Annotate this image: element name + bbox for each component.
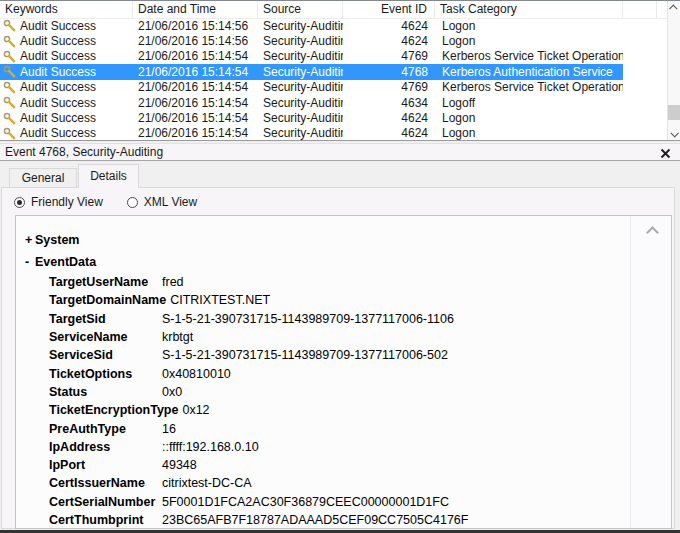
table-row[interactable]: Audit Success 21/06/2016 15:14:56 Securi… (0, 18, 623, 33)
event-rows: Audit Success 21/06/2016 15:14:56 Securi… (0, 18, 623, 141)
field-value: 16 (162, 422, 176, 436)
table-row[interactable]: Audit Success 21/06/2016 15:14:54 Securi… (0, 126, 623, 141)
datetime-cell: 21/06/2016 15:14:54 (133, 80, 258, 94)
scroll-up-button[interactable] (668, 1, 680, 14)
radio-unselected-icon (127, 197, 138, 208)
source-cell: Security-Auditing (258, 34, 343, 48)
event-id-cell: 4624 (343, 126, 435, 140)
field-value: 0x40810010 (162, 367, 231, 381)
audit-success-key-icon (3, 35, 16, 48)
expand-toggle-icon[interactable]: + (25, 233, 35, 247)
detail-field-row: TicketEncryptionType 0x12 (49, 401, 626, 419)
scrollbar-thumb[interactable] (668, 105, 680, 120)
field-value: S-1-5-21-390731715-1143989709-1377117006… (162, 312, 454, 326)
field-name: ServiceName (49, 330, 162, 344)
audit-success-key-icon (3, 112, 16, 125)
content-scroll-gutter[interactable] (630, 216, 671, 528)
column-header-keywords[interactable]: Keywords (0, 1, 133, 18)
column-header-event-id[interactable]: Event ID (343, 1, 435, 18)
close-icon[interactable] (660, 147, 671, 158)
column-header-filler (623, 1, 657, 18)
field-name: CertThumbprint (49, 513, 162, 527)
detail-field-row: TicketOptions 0x40810010 (49, 364, 626, 382)
field-name: TargetDomainName (49, 293, 170, 307)
tree-node-eventdata: - EventData (25, 251, 626, 273)
detail-field-row: ServiceName krbtgt (49, 328, 626, 346)
tab-details[interactable]: Details (78, 164, 139, 188)
xml-view-radio[interactable]: XML View (127, 195, 197, 209)
chevron-up-icon (646, 226, 659, 239)
audit-success-key-icon (3, 65, 16, 78)
list-scrollbar[interactable] (667, 1, 680, 140)
keyword-label: Audit Success (20, 80, 96, 94)
tab-general[interactable]: General (9, 168, 77, 187)
view-selector: Friendly View XML View (2, 188, 674, 209)
task-category-cell: Kerberos Service Ticket Operations (435, 80, 623, 94)
task-category-cell: Logoff (435, 96, 623, 110)
event-list-header: Keywords Date and Time Source Event ID T… (0, 1, 680, 19)
source-cell: Security-Auditing (258, 126, 343, 140)
chevron-up-icon (669, 4, 677, 12)
table-row[interactable]: Audit Success 21/06/2016 15:14:54 Securi… (0, 80, 623, 95)
source-cell: Security-Auditing (258, 111, 343, 125)
field-name: ServiceSid (49, 348, 162, 362)
scroll-down-button[interactable] (668, 127, 680, 140)
event-id-cell: 4768 (343, 65, 435, 79)
audit-success-key-icon (3, 96, 16, 109)
friendly-view-radio[interactable]: Friendly View (14, 195, 103, 209)
column-header-task-category[interactable]: Task Category (435, 1, 623, 18)
field-name: TicketOptions (49, 367, 162, 381)
keyword-label: Audit Success (20, 96, 96, 110)
chevron-down-icon (670, 129, 678, 137)
details-tab-page: Friendly View XML View + System - EventD… (1, 187, 675, 529)
details-pane-title: Event 4768, Security-Auditing (5, 145, 163, 159)
table-row[interactable]: Audit Success 21/06/2016 15:14:54 Securi… (0, 95, 623, 110)
source-cell: Security-Auditing (258, 80, 343, 94)
column-header-source[interactable]: Source (258, 1, 343, 18)
datetime-cell: 21/06/2016 15:14:54 (133, 49, 258, 63)
detail-field-row: Status 0x0 (49, 383, 626, 401)
detail-field-row: ServiceSid S-1-5-21-390731715-1143989709… (49, 346, 626, 364)
detail-field-row: TargetSid S-1-5-21-390731715-1143989709-… (49, 310, 626, 328)
task-category-cell: Logon (435, 19, 623, 33)
details-pane-titlebar: Event 4768, Security-Auditing (0, 143, 680, 161)
source-cell: Security-Auditing (258, 65, 343, 79)
keyword-label: Audit Success (20, 65, 96, 79)
datetime-cell: 21/06/2016 15:14:56 (133, 19, 258, 33)
field-value: 23BC65AFB7F18787ADAAAD5CEF09CC7505C4176F (162, 513, 468, 527)
event-id-cell: 4624 (343, 111, 435, 125)
task-category-cell: Logon (435, 34, 623, 48)
eventdata-node-label: EventData (35, 255, 96, 269)
table-row[interactable]: Audit Success 21/06/2016 15:14:56 Securi… (0, 33, 623, 48)
detail-field-row: CertThumbprint 23BC65AFB7F18787ADAAAD5CE… (49, 511, 626, 529)
audit-success-key-icon (3, 81, 16, 94)
datetime-cell: 21/06/2016 15:14:54 (133, 65, 258, 79)
collapse-toggle-icon[interactable]: - (25, 255, 35, 269)
detail-field-row: CertSerialNumber 5F0001D1FCA2AC30F36879C… (49, 493, 626, 511)
source-cell: Security-Auditing (258, 19, 343, 33)
field-name: Status (49, 385, 162, 399)
datetime-cell: 21/06/2016 15:14:54 (133, 126, 258, 140)
field-name: TargetUserName (49, 275, 162, 289)
datetime-cell: 21/06/2016 15:14:54 (133, 111, 258, 125)
event-id-cell: 4769 (343, 49, 435, 63)
column-header-date-and-time[interactable]: Date and Time (133, 1, 258, 18)
audit-success-key-icon (3, 50, 16, 63)
field-value: krbtgt (162, 330, 193, 344)
field-name: CertIssuerName (49, 476, 162, 490)
field-value: 0x0 (162, 385, 182, 399)
detail-field-row: TargetUserName fred (49, 273, 626, 291)
detail-field-row: TargetDomainName CITRIXTEST.NET (49, 291, 626, 309)
radio-selected-icon (14, 197, 25, 208)
source-cell: Security-Auditing (258, 49, 343, 63)
field-name: CertSerialNumber (49, 495, 162, 509)
field-name: IpAddress (49, 440, 162, 454)
audit-success-key-icon (3, 19, 16, 32)
source-cell: Security-Auditing (258, 96, 343, 110)
table-row[interactable]: Audit Success 21/06/2016 15:14:54 Securi… (0, 110, 623, 125)
xml-view-label: XML View (144, 195, 197, 209)
table-row[interactable]: Audit Success 21/06/2016 15:14:54 Securi… (0, 64, 623, 79)
table-row[interactable]: Audit Success 21/06/2016 15:14:54 Securi… (0, 49, 623, 64)
details-tab-strip: General Details (0, 162, 680, 187)
field-value: citrixtest-DC-CA (162, 476, 252, 490)
